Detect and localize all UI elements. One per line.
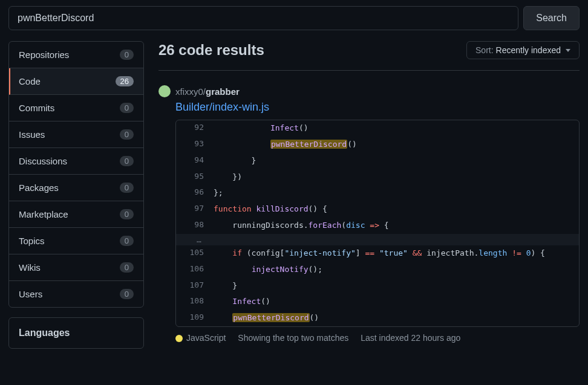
- code-line[interactable]: 92 Infect(): [176, 120, 579, 137]
- file-link[interactable]: Builder/index-win.js: [175, 101, 580, 114]
- sort-button[interactable]: Sort: Recently indexed: [466, 41, 580, 59]
- sidebar-item-label: Marketplace: [19, 209, 68, 219]
- result-item: xfixxy0/grabber Builder/index-win.js 92 …: [158, 85, 580, 343]
- sidebar-badge: 26: [116, 76, 134, 86]
- search-bar: Search: [0, 0, 588, 36]
- code-content: pwnBetterDiscord(): [210, 310, 325, 326]
- code-line[interactable]: 97function killDiscord() {: [176, 201, 579, 218]
- match-note: Showing the top two matches: [238, 333, 348, 343]
- sidebar-section-title: Languages: [19, 328, 134, 338]
- code-block: 92 Infect() 93 pwnBetterDiscord() 94 } 9…: [175, 120, 580, 327]
- sidebar-badge: 0: [120, 50, 134, 60]
- avatar: [158, 85, 171, 97]
- sidebar-item-code[interactable]: Code 26: [9, 68, 143, 95]
- sidebar-badge: 0: [120, 289, 134, 299]
- line-number: 98: [176, 218, 210, 234]
- sidebar: Repositories 0 Code 26 Commits 0 Issues …: [8, 41, 144, 352]
- code-line[interactable]: 93 pwnBetterDiscord(): [176, 137, 579, 153]
- line-number: 108: [176, 294, 210, 310]
- sidebar-badge: 0: [120, 129, 134, 140]
- sidebar-item-topics[interactable]: Topics 0: [9, 228, 143, 254]
- code-content: Infect(): [210, 120, 315, 137]
- sidebar-item-commits[interactable]: Commits 0: [9, 95, 143, 121]
- code-line[interactable]: 109 pwnBetterDiscord(): [176, 310, 579, 326]
- sidebar-badge: 0: [120, 262, 134, 273]
- sidebar-item-label: Discussions: [19, 156, 67, 166]
- sidebar-item-label: Repositories: [19, 50, 69, 60]
- code-ellipsis: …: [176, 234, 579, 245]
- line-number: 93: [176, 137, 210, 153]
- sidebar-badge: 0: [120, 183, 134, 193]
- language-badge: JavaScript: [175, 333, 226, 343]
- sidebar-badge: 0: [120, 236, 134, 246]
- code-line[interactable]: 95 }): [176, 169, 579, 186]
- code-content: }): [210, 169, 248, 186]
- code-content: runningDiscords.forEach(disc => {: [210, 218, 395, 234]
- sidebar-badge: 0: [120, 156, 134, 166]
- line-number: 97: [176, 201, 210, 218]
- repo-path[interactable]: xfixxy0/grabber: [175, 86, 240, 97]
- code-content: pwnBetterDiscord(): [210, 137, 363, 153]
- code-line[interactable]: 106 injectNotify();: [176, 262, 579, 278]
- result-repo-header: xfixxy0/grabber: [158, 85, 580, 97]
- sidebar-item-label: Packages: [19, 183, 59, 193]
- code-line[interactable]: 98 runningDiscords.forEach(disc => {: [176, 218, 579, 234]
- code-line[interactable]: 108 Infect(): [176, 294, 579, 310]
- sidebar-item-label: Commits: [19, 103, 54, 113]
- sidebar-languages-section: Languages: [8, 317, 144, 349]
- search-button[interactable]: Search: [523, 6, 580, 30]
- sort-value: Recently indexed: [496, 45, 561, 55]
- sidebar-item-repositories[interactable]: Repositories 0: [9, 42, 143, 68]
- repo-owner: xfixxy0: [175, 86, 203, 97]
- sidebar-badge: 0: [120, 209, 134, 219]
- sidebar-item-label: Code: [19, 76, 41, 86]
- line-number: 96: [176, 185, 210, 201]
- line-number: 92: [176, 120, 210, 137]
- sidebar-item-label: Issues: [19, 129, 45, 140]
- sidebar-item-wikis[interactable]: Wikis 0: [9, 254, 143, 281]
- code-line[interactable]: 107 }: [176, 278, 579, 294]
- repo-name: grabber: [206, 86, 240, 97]
- results-header: 26 code results Sort: Recently indexed: [158, 41, 580, 71]
- search-input[interactable]: [8, 6, 518, 30]
- code-content: }: [210, 278, 243, 294]
- sort-label: Sort:: [475, 45, 494, 55]
- line-number: 105: [176, 245, 210, 262]
- indexed-time: Last indexed 22 hours ago: [361, 333, 460, 343]
- sidebar-nav: Repositories 0 Code 26 Commits 0 Issues …: [8, 41, 144, 308]
- code-line[interactable]: 105 if (config["inject-notify"] == "true…: [176, 245, 579, 262]
- chevron-down-icon: [566, 49, 570, 52]
- code-content: if (config["inject-notify"] == "true" &&…: [210, 245, 551, 262]
- sidebar-badge: 0: [120, 103, 134, 113]
- result-meta: JavaScript Showing the top two matches L…: [175, 333, 580, 343]
- line-number: 95: [176, 169, 210, 186]
- language-dot-icon: [175, 335, 183, 342]
- line-number: 107: [176, 278, 210, 294]
- code-content: Infect(): [210, 294, 276, 310]
- language-name: JavaScript: [186, 333, 226, 343]
- code-content: };: [210, 185, 229, 201]
- sidebar-item-issues[interactable]: Issues 0: [9, 121, 143, 148]
- code-content: }: [210, 153, 262, 169]
- line-number: 106: [176, 262, 210, 278]
- code-line[interactable]: 94 }: [176, 153, 579, 169]
- sidebar-item-users[interactable]: Users 0: [9, 281, 143, 307]
- sidebar-item-discussions[interactable]: Discussions 0: [9, 148, 143, 175]
- results-title: 26 code results: [158, 42, 264, 59]
- sidebar-item-packages[interactable]: Packages 0: [9, 175, 143, 201]
- sidebar-item-marketplace[interactable]: Marketplace 0: [9, 201, 143, 228]
- content: 26 code results Sort: Recently indexed x…: [158, 41, 580, 352]
- line-number: 109: [176, 310, 210, 326]
- code-content: injectNotify();: [210, 262, 328, 278]
- code-line[interactable]: 96};: [176, 185, 579, 201]
- sidebar-item-label: Topics: [19, 236, 45, 246]
- code-content: function killDiscord() {: [210, 201, 333, 218]
- line-number: 94: [176, 153, 210, 169]
- sidebar-item-label: Wikis: [19, 262, 41, 273]
- sidebar-item-label: Users: [19, 289, 42, 299]
